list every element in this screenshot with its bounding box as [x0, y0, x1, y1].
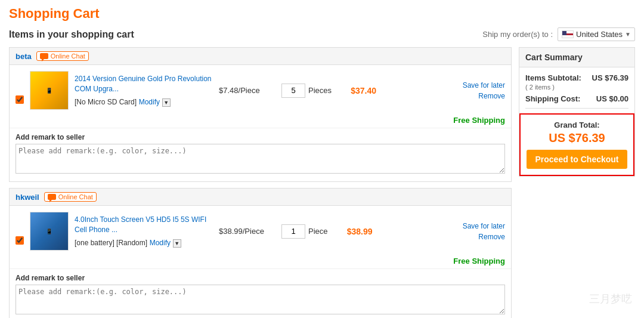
item-1-remove[interactable]: Remove — [478, 92, 505, 100]
item-1-title[interactable]: 2014 Version Genuine Gold Pro Revolution… — [75, 74, 213, 94]
item-1-modify-btn[interactable]: Modify — [139, 98, 160, 106]
shipping-cost-label: Shipping Cost: — [525, 94, 580, 103]
cart-items-area: beta Online Chat 📱 2014 Version Genuine … — [9, 47, 512, 318]
item-2-total: $38.99 — [337, 227, 373, 236]
online-chat-label-beta: Online Chat — [51, 53, 85, 60]
item-2-content: 4.0Inch Touch Screen V5 HD5 I5 5S WIFI C… — [75, 215, 213, 247]
item-2-actions: Save for later Remove — [451, 222, 505, 241]
seller-2-remark-section: Add remark to seller — [10, 268, 511, 318]
item-2-title[interactable]: 4.0Inch Touch Screen V5 HD5 I5 5S WIFI C… — [75, 215, 213, 235]
ship-to-label: Ship my order(s) to : — [482, 30, 553, 39]
item-2-qty-area: Piece — [281, 224, 328, 239]
item-1-total: $37.40 — [340, 86, 376, 95]
seller-header-beta: beta Online Chat — [10, 48, 511, 65]
item-1-qty-input[interactable] — [281, 84, 305, 98]
item-1-actions: Save for later Remove — [451, 81, 505, 100]
item-1-checkbox[interactable] — [16, 95, 24, 104]
cart-item-1: 📱 2014 Version Genuine Gold Pro Revoluti… — [10, 65, 511, 116]
online-chat-label-hkweil: Online Chat — [58, 193, 93, 200]
flag-icon — [562, 30, 574, 38]
country-selector[interactable]: United States ▼ — [558, 27, 635, 41]
item-1-content: 2014 Version Genuine Gold Pro Revolution… — [75, 74, 213, 106]
chevron-down-icon: ▼ — [625, 31, 631, 38]
seller-section-hkweil: hkweil Online Chat 📱 4.0Inch Touch Scree… — [9, 188, 512, 318]
items-count: ( 2 items ) — [525, 84, 628, 91]
cart-summary-box: Cart Summary Items Subtotal: US $76.39 (… — [519, 47, 635, 177]
remark-textarea-1[interactable] — [16, 144, 505, 174]
summary-divider — [525, 108, 628, 109]
item-1-modify-arrow[interactable]: ▼ — [162, 98, 171, 107]
seller-section-beta: beta Online Chat 📱 2014 Version Genuine … — [9, 47, 512, 182]
shipping-cost-row: Shipping Cost: US $0.00 — [525, 94, 628, 103]
seller-1-remark-section: Add remark to seller — [10, 128, 511, 181]
item-2-remove[interactable]: Remove — [478, 233, 505, 241]
item-2-variant: [one battery] [Random] — [75, 239, 147, 247]
product-image-2: 📱 — [30, 212, 68, 251]
remark-textarea-2[interactable] — [16, 285, 505, 314]
item-2-qty-unit: Piece — [308, 227, 328, 236]
chat-icon-hkweil — [48, 194, 56, 200]
item-2-price-area: $38.99/Piece Piece $38.99 — [219, 224, 445, 239]
grand-total-section: Grand Total: US $76.39 Proceed to Checko… — [519, 113, 634, 176]
chat-icon-beta — [40, 53, 48, 59]
item-1-save-later[interactable]: Save for later — [463, 81, 505, 89]
subtotal-label: Items Subtotal: — [525, 73, 581, 82]
seller-name-hkweil[interactable]: hkweil — [16, 193, 39, 202]
subtotal-value: US $76.39 — [592, 73, 628, 82]
country-name: United States — [576, 30, 623, 39]
page-title: Shopping Cart — [9, 6, 635, 21]
remark-label-1: Add remark to seller — [16, 133, 505, 141]
item-1-qty-area: Pieces — [281, 84, 332, 98]
item-1-variant: [No Micro SD Card] — [75, 98, 137, 106]
item-2-modify-arrow[interactable]: ▼ — [173, 239, 181, 248]
item-2-save-later[interactable]: Save for later — [463, 222, 505, 230]
item-2-image: 📱 — [30, 212, 69, 251]
item-2-unit-price: $38.99/Piece — [219, 227, 273, 236]
online-chat-badge-beta[interactable]: Online Chat — [36, 51, 89, 61]
watermark: 三月梦呓 — [589, 292, 632, 306]
online-chat-badge-hkweil[interactable]: Online Chat — [44, 192, 97, 202]
item-1-unit-price: $7.48/Piece — [219, 86, 273, 95]
item-1-qty-unit: Pieces — [308, 86, 332, 95]
summary-body: Items Subtotal: US $76.39 ( 2 items ) Sh… — [519, 67, 634, 176]
product-image-1: 📱 — [30, 71, 68, 110]
checkout-button[interactable]: Proceed to Checkout — [527, 150, 627, 169]
seller-header-hkweil: hkweil Online Chat — [10, 189, 511, 206]
shipping-cost-value: US $0.00 — [596, 94, 628, 103]
item-2-modify-btn[interactable]: Modify — [150, 239, 171, 247]
cart-summary-sidebar: Cart Summary Items Subtotal: US $76.39 (… — [519, 47, 635, 177]
item-2-shipping: Free Shipping — [10, 257, 511, 268]
item-1-variant-row: [No Micro SD Card] Modify ▼ — [75, 97, 213, 107]
subtotal-row: Items Subtotal: US $76.39 — [525, 73, 628, 82]
remark-label-2: Add remark to seller — [16, 274, 505, 282]
item-1-image: 📱 — [30, 71, 69, 110]
cart-item-2: 📱 4.0Inch Touch Screen V5 HD5 I5 5S WIFI… — [10, 206, 511, 257]
page-subtitle: Items in your shopping cart — [9, 29, 134, 40]
item-2-qty-input[interactable] — [281, 224, 305, 239]
seller-name-beta[interactable]: beta — [16, 52, 32, 61]
item-1-price-area: $7.48/Piece Pieces $37.40 — [219, 84, 445, 98]
item-2-checkbox[interactable] — [16, 236, 24, 245]
item-1-shipping: Free Shipping — [10, 116, 511, 128]
grand-total-value: US $76.39 — [527, 131, 627, 145]
item-2-variant-row: [one battery] [Random] Modify ▼ — [75, 238, 213, 248]
grand-total-label: Grand Total: — [527, 121, 627, 129]
cart-summary-header: Cart Summary — [519, 48, 634, 67]
